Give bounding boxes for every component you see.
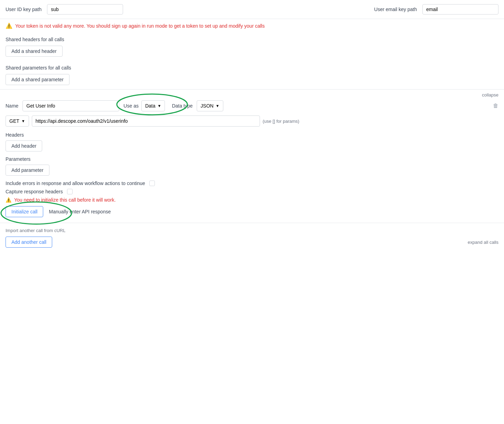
method-chevron-icon: ▼ [21, 119, 25, 123]
http-method-select[interactable]: GET ▼ [6, 116, 29, 127]
include-errors-label: Include errors in response and allow wor… [6, 181, 145, 186]
call-name-input[interactable] [22, 100, 119, 111]
init-warning-icon: ⚠️ [6, 197, 11, 203]
data-type-value: JSON [200, 103, 213, 109]
data-type-chevron-icon: ▼ [216, 104, 220, 108]
shared-headers-section: Shared headers for all calls Add a share… [0, 33, 504, 61]
capture-headers-row: Capture response headers [6, 189, 498, 194]
init-warning: ⚠️ You need to initialize this call befo… [6, 197, 498, 203]
url-input[interactable] [32, 116, 260, 127]
method-value: GET [9, 118, 19, 124]
headers-title: Headers [6, 132, 498, 138]
shared-headers-title: Shared headers for all calls [6, 37, 498, 42]
shared-params-title: Shared parameters for all calls [6, 65, 498, 71]
add-shared-parameter-button[interactable]: Add a shared parameter [6, 74, 69, 85]
include-errors-checkbox[interactable] [149, 181, 155, 186]
call-section: collapse Name Use as Data ▼ Data type JS… [0, 89, 504, 223]
use-as-select[interactable]: Data ▼ [141, 100, 165, 111]
bottom-actions: Add another call expand all calls [6, 237, 498, 248]
add-header-button[interactable]: Add header [6, 140, 42, 151]
bottom-bar: Import another call from cURL Add anothe… [0, 223, 504, 252]
call-name-label: Name [6, 103, 18, 109]
expand-all-calls-link[interactable]: expand all calls [468, 240, 498, 245]
headers-sub-section: Headers Add header [6, 132, 498, 151]
parameters-sub-section: Parameters Add parameter [6, 156, 498, 176]
add-parameter-button[interactable]: Add parameter [6, 165, 49, 176]
call-name-row: Name Use as Data ▼ Data type JSON ▼ 🗑 [6, 100, 498, 111]
token-warning-text: Your token is not valid any more. You sh… [15, 23, 265, 29]
use-as-label: Use as [123, 103, 139, 109]
call-body: Name Use as Data ▼ Data type JSON ▼ 🗑 [0, 98, 504, 223]
collapse-link[interactable]: collapse [482, 92, 498, 98]
shared-params-section: Shared parameters for all calls Add a sh… [0, 61, 504, 89]
token-warning-banner: ⚠️ Your token is not valid any more. You… [0, 19, 504, 33]
data-type-select[interactable]: JSON ▼ [197, 100, 223, 111]
use-as-value: Data [145, 103, 156, 109]
user-email-label: User email key path [374, 7, 417, 12]
call-header: collapse [0, 90, 504, 98]
user-id-label: User ID key path [6, 7, 41, 12]
params-hint: (use [] for params) [263, 119, 299, 124]
warning-icon: ⚠️ [6, 22, 12, 29]
init-warning-text: You need to initialize this call before … [14, 197, 116, 203]
parameters-title: Parameters [6, 156, 498, 162]
manually-enter-label: Manually enter API response [49, 209, 111, 214]
use-as-group: Use as Data ▼ [123, 100, 165, 111]
top-bar: User ID key path User email key path [0, 0, 504, 19]
data-type-label: Data type [172, 103, 193, 109]
user-email-input[interactable] [422, 4, 498, 15]
init-row: Initialize call Manually enter API respo… [6, 206, 498, 217]
initialize-call-button[interactable]: Initialize call [6, 206, 43, 217]
add-another-call-button[interactable]: Add another call [6, 237, 52, 248]
init-button-wrapper: Initialize call [6, 206, 43, 217]
capture-headers-checkbox[interactable] [67, 189, 73, 194]
method-url-row: GET ▼ (use [] for params) [6, 116, 498, 127]
import-label: Import another call from cURL [6, 228, 498, 233]
user-id-input[interactable] [47, 4, 123, 15]
delete-call-icon[interactable]: 🗑 [493, 103, 498, 109]
use-as-chevron-icon: ▼ [158, 104, 161, 108]
include-errors-row: Include errors in response and allow wor… [6, 181, 498, 186]
add-shared-header-button[interactable]: Add a shared header [6, 46, 63, 57]
capture-headers-label: Capture response headers [6, 189, 63, 194]
